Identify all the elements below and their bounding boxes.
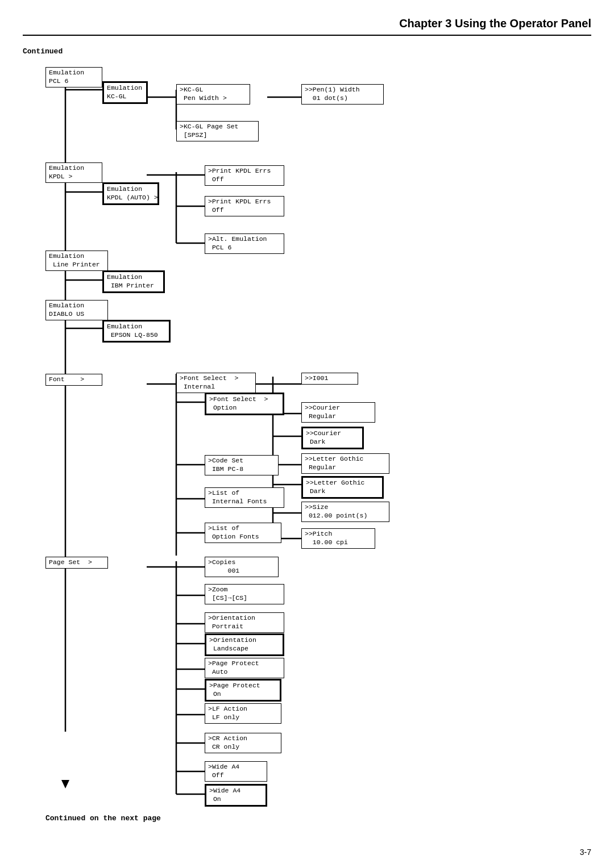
print-kpdl-errs2-node: >Print KPDL Errs Off [205,196,284,216]
orientation-portrait-node: >Orientation Portrait [205,612,284,633]
size-node: >>Size 012.00 point(s) [301,502,389,522]
font-select-option-node: >Font Select > Option [205,393,284,415]
page: Chapter 3 Using the Operator Panel Conti… [0,0,614,868]
zoom-node: >Zoom [CS]→[CS] [205,584,284,604]
courier-regular-node: >>Courier Regular [301,402,375,423]
font-select-internal-node: >Font Select > Internal [176,373,256,393]
emulation-line-printer-node: Emulation Line Printer [45,251,108,271]
svg-marker-49 [61,780,69,788]
continued-bottom: Continued on the next page [45,814,161,823]
emulation-diablo-node: EmulationDIABLO US [45,300,108,320]
cr-action-node: >CR Action CR only [205,733,281,753]
kcgl-pen-width-node: >KC-GL Pen Width > [176,84,250,105]
copies-node: >Copies 001 [205,557,279,577]
lf-action-node: >LF Action LF only [205,703,281,724]
emulation-kpdl-auto-node: EmulationKPDL (AUTO) > [102,182,159,205]
page-number: 3-7 [580,848,591,857]
orientation-landscape-node: >Orientation Landscape [205,633,284,656]
page-protect-on-node: >Page Protect On [205,679,281,702]
pen1-width-node: >>Pen(1) Width 01 dot(s) [301,84,384,105]
kcgl-page-set-node: >KC-GL Page Set [SPSZ] [176,121,259,141]
i001-node: >>I001 [301,373,358,385]
list-internal-fonts-node: >List of Internal Fonts [205,487,284,508]
page-set-node: Page Set > [45,557,108,569]
diagram-area: EmulationPCL 6 EmulationKC-GL >KC-GL Pen… [23,61,591,828]
emulation-kpdl-node: EmulationKPDL > [45,162,102,183]
page-protect-auto-node: >Page Protect Auto [205,658,284,678]
alt-emulation-node: >Alt. Emulation PCL 6 [205,233,284,254]
code-set-node: >Code Set IBM PC-8 [205,455,279,475]
emulation-pcl6-node: EmulationPCL 6 [45,67,102,87]
emulation-ibm-printer-node: Emulation IBM Printer [102,270,165,293]
letter-gothic-dark-node: >>Letter Gothic Dark [301,476,384,499]
font-node: Font > [45,374,102,386]
courier-dark-node: >>Courier Dark [301,427,364,449]
print-kpdl-errs1-node: >Print KPDL Errs Off [205,165,284,186]
chapter-title: Chapter 3 Using the Operator Panel [23,17,591,36]
list-option-fonts-node: >List of Option Fonts [205,523,281,543]
emulation-epson-node: Emulation EPSON LQ-850 [102,320,171,343]
continued-top: Continued [23,47,591,56]
pitch-node: >>Pitch 10.00 cpi [301,528,375,549]
emulation-kcgl-node: EmulationKC-GL [102,81,148,104]
wide-a4-off-node: >Wide A4 Off [205,761,267,782]
letter-gothic-regular-node: >>Letter Gothic Regular [301,453,389,474]
wide-a4-on-node: >Wide A4 On [205,784,267,807]
